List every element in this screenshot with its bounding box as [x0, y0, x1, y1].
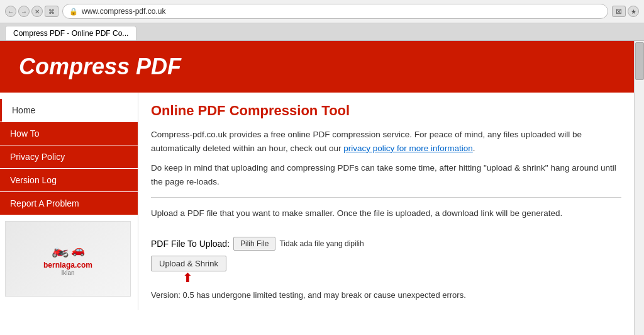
upload-label: PDF File To Upload: — [151, 239, 230, 249]
ad-sublabel: Iklan — [61, 270, 74, 276]
file-row: PDF File To Upload: Pilih File Tidak ada… — [151, 237, 621, 251]
forward-button[interactable]: → — [18, 6, 30, 17]
sidebar: Home How To Privacy Policy Version Log R… — [0, 93, 138, 310]
version-note: Version: 0.5 has undergone limited testi… — [151, 290, 621, 300]
upload-section: Upload a PDF file that you want to make … — [151, 207, 621, 271]
address-text: www.compress-pdf.co.uk — [82, 7, 165, 16]
sidebar-item-versionlog[interactable]: Version Log — [0, 169, 138, 191]
address-bar[interactable]: 🔒 www.compress-pdf.co.uk — [62, 4, 608, 19]
address-icon: 🔒 — [69, 8, 78, 16]
choose-file-button[interactable]: Pilih File — [233, 237, 275, 251]
upload-shrink-button[interactable]: Upload & Shrink — [151, 256, 226, 271]
ad-label: berniaga.com — [43, 261, 92, 270]
page-wrapper: Compress PDF Home How To Privacy Policy … — [0, 41, 644, 335]
description-3: Upload a PDF file that you want to make … — [151, 207, 621, 220]
scrollbar[interactable] — [634, 41, 644, 335]
scrollbar-thumb[interactable] — [635, 42, 644, 80]
main-body: Online PDF Compression Tool Compress-pdf… — [138, 93, 634, 310]
site-title: Compress PDF — [19, 54, 615, 80]
page-heading: Online PDF Compression Tool — [151, 103, 621, 119]
active-tab[interactable]: Compress PDF - Online PDF Co... — [5, 26, 136, 40]
description-1: Compress-pdf.co.uk provides a free onlin… — [151, 128, 621, 155]
sidebar-item-howto[interactable]: How To — [0, 122, 138, 145]
sidebar-item-home[interactable]: Home — [0, 99, 138, 122]
nav-buttons: ← → ✕ ⌘ — [5, 6, 58, 17]
reload-button[interactable]: ✕ — [31, 6, 43, 17]
description-2: Do keep in mind that uploading and compr… — [151, 161, 621, 188]
sidebar-item-privacy[interactable]: Privacy Policy — [0, 145, 138, 168]
privacy-link[interactable]: privacy policy for more information — [343, 144, 473, 153]
site-header: Compress PDF — [0, 41, 634, 93]
ad-content: 🏍️ 🚗 berniaga.com Iklan — [6, 222, 130, 296]
content-area: Home How To Privacy Policy Version Log R… — [0, 93, 634, 310]
sidebar-item-reportproblem[interactable]: Report A Problem — [0, 192, 138, 215]
cursor-arrow: ⬆ — [182, 271, 193, 284]
ad-banner: 🏍️ 🚗 berniaga.com Iklan — [5, 221, 131, 297]
apps-button[interactable]: ⊠ — [612, 6, 626, 17]
bookmark-button[interactable]: ★ — [628, 6, 639, 17]
grid-button[interactable]: ⌘ — [45, 6, 58, 17]
upload-button-wrapper: Upload & Shrink ⬆ — [151, 256, 226, 271]
browser-toolbar: ← → ✕ ⌘ 🔒 www.compress-pdf.co.uk ⊠ ★ — [0, 0, 644, 23]
browser-tabs: Compress PDF - Online PDF Co... — [0, 23, 644, 40]
back-button[interactable]: ← — [5, 6, 16, 17]
file-status: Tidak ada file yang dipilih — [279, 239, 364, 248]
main-content: Compress PDF Home How To Privacy Policy … — [0, 41, 634, 335]
divider-1 — [151, 197, 621, 198]
browser-chrome: ← → ✕ ⌘ 🔒 www.compress-pdf.co.uk ⊠ ★ Com… — [0, 0, 644, 41]
